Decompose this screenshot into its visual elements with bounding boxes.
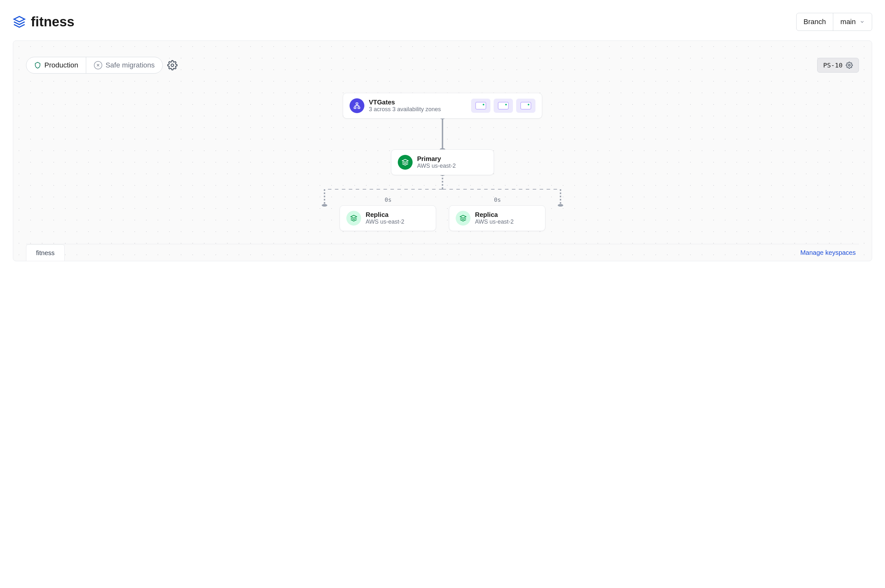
topology-canvas: Production ✕ Safe migrations PS-10 (13, 40, 872, 261)
production-label: Production (44, 61, 78, 69)
az-indicator (471, 99, 491, 113)
canvas-toolbar: Production ✕ Safe migrations PS-10 (26, 57, 859, 74)
svg-rect-10 (358, 107, 360, 109)
svg-rect-8 (356, 103, 358, 104)
vtgates-title: VTGates (369, 99, 441, 106)
branch-value-text: main (840, 18, 856, 26)
disabled-icon: ✕ (94, 61, 102, 69)
primary-node[interactable]: Primary AWS us-east-2 (391, 149, 494, 175)
vtgates-subtitle: 3 across 3 availability zones (369, 106, 441, 113)
svg-point-6 (322, 204, 327, 207)
svg-point-0 (171, 64, 174, 66)
replica-lag: 0s (385, 196, 392, 203)
az-indicator (494, 99, 513, 113)
replica-node[interactable]: Replica AWS us-east-2 (340, 206, 436, 231)
primary-icon (398, 155, 412, 170)
database-logo-icon (13, 15, 26, 28)
canvas-footer: fitness Manage keyspaces (26, 244, 859, 261)
vtgates-node[interactable]: VTGates 3 across 3 availability zones (343, 93, 542, 118)
replica-region: AWS us-east-2 (475, 219, 513, 225)
settings-button[interactable] (167, 60, 178, 70)
replica-node[interactable]: Replica AWS us-east-2 (449, 206, 545, 231)
plan-tag[interactable]: PS-10 (817, 58, 859, 73)
svg-point-7 (558, 204, 563, 207)
replica-title: Replica (366, 211, 404, 219)
az-indicator (516, 99, 536, 113)
replica-title: Replica (475, 211, 513, 219)
manage-keyspaces-link[interactable]: Manage keyspaces (797, 244, 859, 261)
svg-point-1 (848, 64, 850, 66)
branch-selector[interactable]: Branch main (796, 13, 872, 31)
toolbar-left: Production ✕ Safe migrations (26, 57, 178, 74)
keyspace-tab[interactable]: fitness (26, 244, 65, 261)
database-title: fitness (31, 14, 74, 30)
branch-dropdown[interactable]: main (833, 13, 872, 30)
availability-zone-indicators (471, 99, 536, 113)
replica-region: AWS us-east-2 (366, 219, 404, 225)
replica-lag: 0s (494, 196, 501, 203)
primary-title: Primary (417, 155, 456, 163)
page-header: fitness Branch main (13, 13, 872, 31)
safe-migrations-badge[interactable]: ✕ Safe migrations (86, 57, 163, 73)
topology-diagram: VTGates 3 across 3 availability zones Pr… (26, 93, 859, 241)
primary-region: AWS us-east-2 (417, 163, 456, 170)
replica-icon (456, 211, 471, 225)
header-left: fitness (13, 14, 74, 30)
shield-icon (34, 62, 41, 69)
svg-rect-9 (354, 107, 356, 109)
replica-icon (346, 211, 361, 225)
plan-tag-label: PS-10 (823, 62, 843, 69)
gear-icon (846, 62, 853, 69)
branch-label: Branch (796, 13, 834, 30)
safe-migrations-label: Safe migrations (105, 61, 155, 69)
production-badge[interactable]: Production (26, 57, 86, 73)
network-icon (349, 98, 364, 113)
chevron-down-icon (859, 19, 865, 24)
status-pill-group: Production ✕ Safe migrations (26, 57, 163, 74)
